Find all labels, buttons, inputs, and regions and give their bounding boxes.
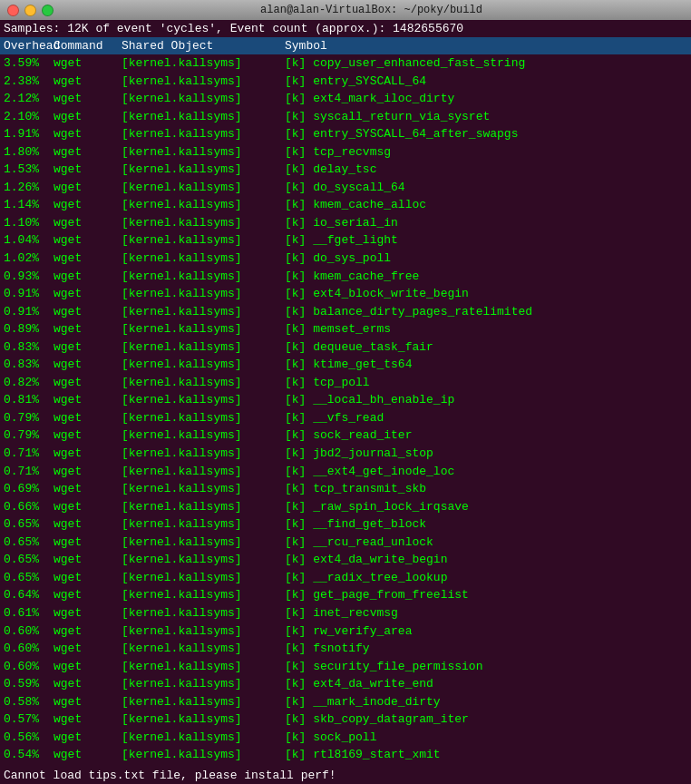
symbol-name: tcp_recvmsg	[313, 144, 391, 161]
overhead-val: 0.60%	[4, 659, 54, 675]
symbol-k: [k]	[285, 339, 313, 356]
close-button[interactable]	[7, 5, 19, 16]
symbol-k: [k]	[285, 410, 313, 426]
overhead-val: 0.81%	[4, 392, 54, 408]
table-row: 1.14% wget [kernel.kallsyms] [k] kmem_ca…	[0, 196, 691, 214]
symbol-k: [k]	[285, 446, 313, 462]
overhead-val: 3.59%	[4, 55, 54, 72]
shared-val: [kernel.kallsyms]	[122, 730, 285, 746]
shared-val: [kernel.kallsyms]	[122, 55, 285, 72]
overhead-val: 0.61%	[4, 605, 54, 622]
overhead-val: 0.83%	[4, 339, 54, 356]
table-row: 0.65% wget [kernel.kallsyms] [k] __find_…	[0, 515, 691, 534]
shared-val: [kernel.kallsyms]	[122, 232, 285, 249]
overhead-val: 1.04%	[4, 232, 54, 249]
command-val: wget	[54, 357, 122, 373]
symbol-name: do_sys_poll	[313, 250, 391, 267]
shared-val: [kernel.kallsyms]	[122, 91, 285, 107]
overhead-val: 0.56%	[4, 730, 54, 746]
command-val: wget	[54, 286, 122, 302]
table-row: 0.71% wget [kernel.kallsyms] [k] jbd2_jo…	[0, 445, 691, 463]
command-val: wget	[54, 250, 122, 267]
symbol-k: [k]	[285, 605, 313, 622]
shared-val: [kernel.kallsyms]	[122, 676, 285, 692]
table-row: 0.64% wget [kernel.kallsyms] [k] get_pag…	[0, 586, 691, 604]
symbol-k: [k]	[285, 499, 313, 515]
shared-val: [kernel.kallsyms]	[122, 357, 285, 373]
symbol-k: [k]	[285, 464, 313, 480]
command-val: wget	[54, 55, 122, 72]
overhead-val: 2.12%	[4, 91, 54, 107]
table-row: 0.82% wget [kernel.kallsyms] [k] tcp_pol…	[0, 374, 691, 392]
symbol-name: kmem_cache_free	[313, 269, 419, 285]
overhead-val: 0.89%	[4, 321, 54, 338]
symbol-k: [k]	[285, 375, 313, 391]
command-val: wget	[54, 162, 122, 178]
symbol-k: [k]	[285, 162, 313, 178]
symbol-k: [k]	[285, 232, 313, 249]
table-row: 1.91% wget [kernel.kallsyms] [k] entry_S…	[0, 125, 691, 143]
symbol-name: inet_recvmsg	[313, 605, 398, 622]
table-row: 0.65% wget [kernel.kallsyms] [k] __rcu_r…	[0, 534, 691, 552]
overhead-val: 0.66%	[4, 499, 54, 515]
table-row: 2.12% wget [kernel.kallsyms] [k] ext4_ma…	[0, 90, 691, 108]
shared-val: [kernel.kallsyms]	[122, 587, 285, 603]
overhead-val: 0.93%	[4, 269, 54, 285]
table-row: 1.80% wget [kernel.kallsyms] [k] tcp_rec…	[0, 143, 691, 162]
shared-val: [kernel.kallsyms]	[122, 623, 285, 640]
shared-val: [kernel.kallsyms]	[122, 694, 285, 710]
col-symbol-label: Symbol	[285, 39, 687, 53]
symbol-name: __fget_light	[313, 232, 398, 249]
minimize-button[interactable]	[24, 5, 36, 16]
table-row: 0.66% wget [kernel.kallsyms] [k] _raw_sp…	[0, 498, 691, 516]
overhead-val: 1.80%	[4, 144, 54, 161]
symbol-name: memset_erms	[313, 321, 391, 338]
command-val: wget	[54, 446, 122, 462]
table-row: 0.91% wget [kernel.kallsyms] [k] ext4_bl…	[0, 285, 691, 303]
symbol-name: fsnotify	[313, 641, 369, 657]
table-row: 2.10% wget [kernel.kallsyms] [k] syscall…	[0, 108, 691, 126]
shared-val: [kernel.kallsyms]	[122, 605, 285, 622]
table-row: 0.91% wget [kernel.kallsyms] [k] balance…	[0, 303, 691, 321]
status-bar: Cannot load tips.txt file, please instal…	[0, 767, 691, 784]
symbol-k: [k]	[285, 730, 313, 746]
command-val: wget	[54, 144, 122, 161]
symbol-name: sock_read_iter	[313, 427, 412, 444]
table-row: 3.59% wget [kernel.kallsyms] [k] copy_us…	[0, 54, 691, 73]
table-row: 0.89% wget [kernel.kallsyms] [k] memset_…	[0, 320, 691, 338]
shared-val: [kernel.kallsyms]	[122, 286, 285, 302]
overhead-val: 0.65%	[4, 534, 54, 551]
data-table: 3.59% wget [kernel.kallsyms] [k] copy_us…	[0, 54, 691, 784]
symbol-k: [k]	[285, 676, 313, 692]
overhead-val: 0.91%	[4, 286, 54, 302]
overhead-val: 0.71%	[4, 464, 54, 480]
symbol-k: [k]	[285, 357, 313, 373]
command-val: wget	[54, 321, 122, 338]
overhead-val: 0.60%	[4, 641, 54, 657]
symbol-name: delay_tsc	[313, 162, 376, 178]
overhead-val: 1.02%	[4, 250, 54, 267]
command-val: wget	[54, 464, 122, 480]
symbol-name: ktime_get_ts64	[313, 357, 412, 373]
table-row: 1.26% wget [kernel.kallsyms] [k] do_sysc…	[0, 179, 691, 197]
command-val: wget	[54, 180, 122, 196]
table-row: 0.65% wget [kernel.kallsyms] [k] __radix…	[0, 569, 691, 587]
symbol-name: __vfs_read	[313, 410, 384, 426]
shared-val: [kernel.kallsyms]	[122, 197, 285, 213]
table-row: 2.38% wget [kernel.kallsyms] [k] entry_S…	[0, 73, 691, 91]
table-row: 0.61% wget [kernel.kallsyms] [k] inet_re…	[0, 604, 691, 622]
table-row: 0.59% wget [kernel.kallsyms] [k] ext4_da…	[0, 675, 691, 693]
command-val: wget	[54, 516, 122, 533]
command-val: wget	[54, 641, 122, 657]
table-row: 1.10% wget [kernel.kallsyms] [k] io_seri…	[0, 214, 691, 232]
overhead-val: 1.91%	[4, 126, 54, 142]
symbol-name: __find_get_block	[313, 516, 426, 533]
overhead-val: 2.38%	[4, 74, 54, 90]
symbol-name: __local_bh_enable_ip	[313, 392, 454, 408]
overhead-val: 0.64%	[4, 587, 54, 603]
maximize-button[interactable]	[42, 5, 54, 16]
symbol-name: _raw_spin_lock_irqsave	[313, 499, 469, 515]
symbol-k: [k]	[285, 552, 313, 568]
symbol-k: [k]	[285, 587, 313, 603]
symbol-name: entry_SYSCALL_64	[313, 74, 426, 90]
